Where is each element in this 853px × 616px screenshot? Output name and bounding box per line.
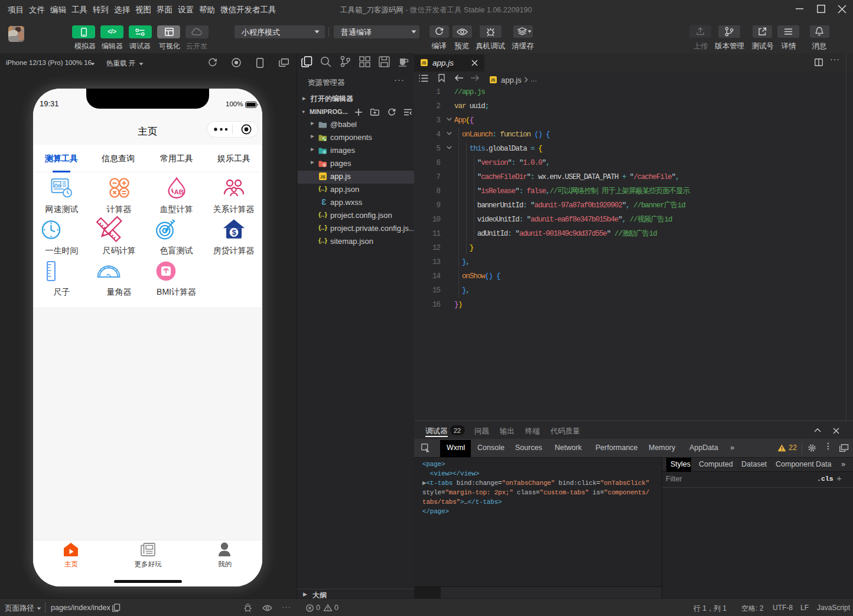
svg-text:3: 3: [321, 197, 326, 207]
svg-text:$: $: [232, 228, 237, 237]
svg-text:AB: AB: [174, 188, 184, 195]
